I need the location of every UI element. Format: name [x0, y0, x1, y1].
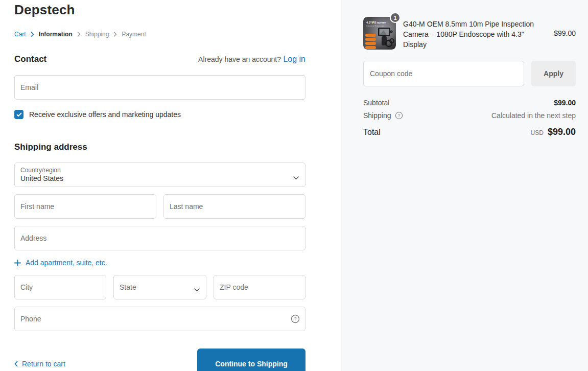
breadcrumb-payment: Payment: [122, 31, 146, 38]
phone-help-icon[interactable]: ?: [291, 314, 300, 323]
marketing-checkbox-label: Receive exclusive offers and marketing u…: [29, 110, 181, 119]
shipping-help-icon[interactable]: ?: [395, 111, 403, 120]
breadcrumb: Cart Information Shipping Payment: [14, 31, 305, 38]
product-thumbnail: 4.3"IPS screen Industrial Endoscope 1: [363, 17, 396, 50]
totals-section: Subtotal $99.00 Shipping ? Calculated in…: [363, 99, 576, 137]
product-price: $99.00: [554, 17, 576, 37]
login-link[interactable]: Log in: [283, 55, 305, 63]
thumb-caption-line2: Industrial Endoscope: [366, 25, 384, 27]
marketing-checkbox[interactable]: [14, 110, 23, 119]
breadcrumb-shipping: Shipping: [85, 31, 109, 38]
chevron-down-icon: [194, 285, 200, 293]
subtotal-row: Subtotal $99.00: [363, 99, 576, 107]
shipping-value: Calculated in the next step: [491, 111, 576, 120]
last-name-field[interactable]: [163, 194, 305, 219]
coupon-section: Apply: [363, 61, 576, 86]
product-title: G40-M OEM 8.5mm 10m Pipe Inspection Came…: [403, 17, 547, 50]
contact-heading: Contact: [14, 54, 46, 64]
svg-text:?: ?: [294, 316, 296, 321]
quantity-badge: 1: [390, 12, 401, 23]
country-select[interactable]: Country/region United States: [14, 163, 305, 187]
total-value: $99.00: [548, 127, 576, 137]
check-icon: [16, 112, 22, 117]
continue-to-shipping-button[interactable]: Continue to Shipping: [197, 349, 305, 371]
store-logo[interactable]: Depstech: [14, 2, 305, 18]
chevron-right-icon: [77, 32, 81, 37]
cart-line-item: 4.3"IPS screen Industrial Endoscope 1 G: [363, 17, 576, 50]
plus-icon: [14, 260, 21, 266]
subtotal-value: $99.00: [554, 99, 576, 107]
chevron-left-icon: [14, 361, 18, 367]
total-label: Total: [363, 128, 381, 137]
return-to-cart-label: Return to cart: [22, 360, 65, 368]
phone-field[interactable]: [14, 307, 305, 331]
total-row: Total USD $99.00: [363, 127, 576, 137]
return-to-cart-link[interactable]: Return to cart: [14, 360, 65, 368]
breadcrumb-information: Information: [39, 31, 73, 38]
shipping-address-heading: Shipping address: [14, 142, 305, 152]
country-select-label: Country/region: [20, 167, 290, 174]
email-field[interactable]: [14, 75, 305, 100]
checkout-main: Depstech Cart Information Shipping Payme…: [0, 0, 341, 371]
address-field[interactable]: [14, 226, 305, 250]
account-prompt: Already have an account?: [198, 55, 281, 63]
shipping-label: Shipping: [363, 111, 391, 120]
zip-code-field[interactable]: [214, 275, 305, 299]
state-select-value: State: [120, 283, 136, 291]
total-currency: USD: [531, 129, 544, 136]
contact-header: Contact Already have an account? Log in: [14, 54, 305, 64]
svg-text:?: ?: [397, 113, 400, 118]
coupon-code-input[interactable]: [363, 61, 524, 86]
shipping-row: Shipping ? Calculated in the next step: [363, 111, 576, 120]
add-apartment-link[interactable]: Add apartment, suite, etc.: [14, 259, 305, 267]
product-image: 4.3"IPS screen Industrial Endoscope: [363, 17, 396, 50]
apply-coupon-button[interactable]: Apply: [531, 61, 576, 86]
state-select[interactable]: State: [113, 275, 206, 299]
add-apartment-label: Add apartment, suite, etc.: [26, 259, 107, 267]
chevron-down-icon: [293, 173, 299, 182]
checkout-page: Depstech Cart Information Shipping Payme…: [0, 0, 588, 371]
chevron-right-icon: [31, 32, 34, 37]
first-name-field[interactable]: [14, 194, 156, 219]
breadcrumb-cart[interactable]: Cart: [14, 31, 26, 38]
thumb-caption-line1: 4.3"IPS screen: [366, 21, 387, 24]
subtotal-label: Subtotal: [363, 99, 389, 107]
order-summary-sidebar: 4.3"IPS screen Industrial Endoscope 1 G: [341, 0, 588, 371]
country-select-value: United States: [20, 174, 290, 183]
city-field[interactable]: [14, 275, 106, 299]
chevron-right-icon: [113, 32, 117, 37]
